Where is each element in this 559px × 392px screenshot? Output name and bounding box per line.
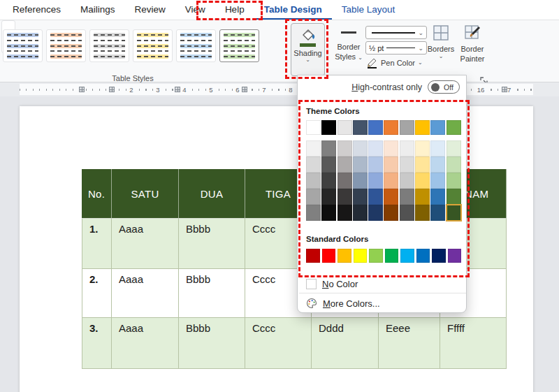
table-body-cell[interactable]: Bbbb [179,219,245,269]
theme-color-swatch[interactable] [306,120,321,135]
theme-variant-swatch[interactable] [353,140,368,157]
theme-variant-swatch[interactable] [430,140,445,157]
theme-variant-swatch[interactable] [337,173,352,189]
theme-variant-swatch[interactable] [384,189,398,205]
theme-color-swatch[interactable] [447,120,461,135]
selected-color-swatch[interactable] [447,205,461,221]
theme-variant-swatch[interactable] [337,157,352,173]
theme-variant-swatch[interactable] [353,205,368,221]
theme-variant-swatch[interactable] [415,157,430,173]
theme-variant-swatch[interactable] [430,205,445,221]
table-body-cell[interactable]: Fffff [440,318,507,369]
theme-variant-swatch[interactable] [353,173,368,189]
theme-variant-swatch[interactable] [306,140,321,157]
theme-color-swatch[interactable] [400,120,414,135]
table-body-cell[interactable]: 2. [82,269,112,318]
table-style-thumbnail-yellow-style[interactable] [133,29,173,62]
table-body-cell[interactable]: Dddd [312,318,379,369]
theme-variant-swatch[interactable] [384,140,398,157]
tab-help[interactable]: Help [215,0,254,20]
theme-variant-swatch[interactable] [306,205,321,221]
theme-variant-swatch[interactable] [447,157,461,173]
table-style-thumbnail-light-blue-style[interactable] [176,29,216,62]
standard-color-swatch[interactable] [306,249,320,263]
ruler-column-marker[interactable] [79,87,85,92]
table-header-cell[interactable]: No. [82,169,112,219]
theme-variant-swatch[interactable] [337,205,352,221]
standard-color-swatch[interactable] [416,249,430,263]
table-body-cell[interactable]: Aaaa [112,219,179,269]
theme-color-swatch[interactable] [337,120,352,135]
theme-variant-swatch[interactable] [447,140,461,157]
theme-variant-swatch[interactable] [368,189,383,205]
standard-color-swatch[interactable] [385,249,399,263]
theme-variant-swatch[interactable] [368,140,383,157]
theme-variant-swatch[interactable] [430,157,445,173]
theme-variant-swatch[interactable] [415,205,430,221]
theme-variant-swatch[interactable] [306,157,321,173]
border-painter-button[interactable]: Border Painter [456,24,489,64]
theme-variant-swatch[interactable] [447,173,461,189]
theme-variant-swatch[interactable] [400,157,414,173]
table-header-cell[interactable]: SATU [112,169,179,219]
theme-variant-swatch[interactable] [400,189,414,205]
theme-variant-swatch[interactable] [321,189,336,205]
theme-variant-swatch[interactable] [415,189,430,205]
theme-color-swatch[interactable] [353,120,368,135]
table-body-cell[interactable]: 1. [82,219,112,269]
table-body-cell[interactable]: Cccc [245,318,312,369]
theme-variant-swatch[interactable] [353,157,368,173]
theme-variant-swatch[interactable] [384,205,398,221]
theme-variant-swatch[interactable] [415,173,430,189]
theme-variant-swatch[interactable] [368,157,383,173]
horizontal-ruler[interactable]: 23456781617 [0,82,559,96]
pen-color-button[interactable]: Pen Color ⌄ [366,57,423,68]
tab-table-design[interactable]: Table Design [254,0,332,20]
theme-variant-swatch[interactable] [447,189,461,205]
theme-color-swatch[interactable] [430,120,445,135]
standard-color-swatch[interactable] [448,249,462,263]
table-style-thumbnail-green-style[interactable] [219,29,259,62]
tab-references[interactable]: References [3,0,71,20]
table-style-thumbnail-gray-style[interactable] [89,29,129,62]
theme-color-swatch[interactable] [321,120,336,135]
line-width-dropdown[interactable]: ½ pt ⌄ [365,41,427,55]
theme-variant-swatch[interactable] [384,157,398,173]
tab-view[interactable]: View [175,0,215,20]
table-body-cell[interactable]: Aaaa [112,318,179,369]
theme-variant-swatch[interactable] [384,173,398,189]
no-color-menu-item[interactable]: No Color [298,275,466,292]
theme-variant-swatch[interactable] [415,140,430,157]
ruler-column-marker[interactable] [502,87,507,92]
theme-color-swatch[interactable] [415,120,430,135]
theme-variant-swatch[interactable] [306,173,321,189]
tab-table-layout[interactable]: Table Layout [332,0,405,20]
theme-variant-swatch[interactable] [400,205,414,221]
border-styles-button[interactable]: Border Styles ⌄ [333,26,364,61]
borders-button[interactable]: Borders ⌄ [426,24,456,59]
table-body-cell[interactable]: Bbbb [179,318,245,369]
theme-color-swatch[interactable] [368,120,383,135]
standard-color-swatch[interactable] [354,249,368,263]
theme-variant-swatch[interactable] [306,189,321,205]
theme-variant-swatch[interactable] [337,140,352,157]
theme-variant-swatch[interactable] [321,205,336,221]
theme-variant-swatch[interactable] [430,189,445,205]
line-style-dropdown[interactable]: ⌄ [365,26,427,39]
ruler-column-marker[interactable] [109,87,115,92]
table-body-cell[interactable]: 3. [82,318,112,369]
high-contrast-toggle[interactable]: Off [428,80,460,94]
ruler-column-marker[interactable] [242,87,247,92]
tab-review[interactable]: Review [125,0,175,20]
theme-variant-swatch[interactable] [368,173,383,189]
theme-variant-swatch[interactable] [337,189,352,205]
standard-color-swatch[interactable] [337,249,351,263]
theme-variant-swatch[interactable] [321,157,336,173]
theme-variant-swatch[interactable] [400,140,414,157]
table-body-cell[interactable]: Eeee [379,318,440,369]
standard-color-swatch[interactable] [400,249,414,263]
more-colors-menu-item[interactable]: More Colors... [298,295,466,312]
standard-color-swatch[interactable] [432,249,446,263]
theme-variant-swatch[interactable] [400,173,414,189]
table-style-thumbnail-orange-style[interactable] [46,29,86,62]
